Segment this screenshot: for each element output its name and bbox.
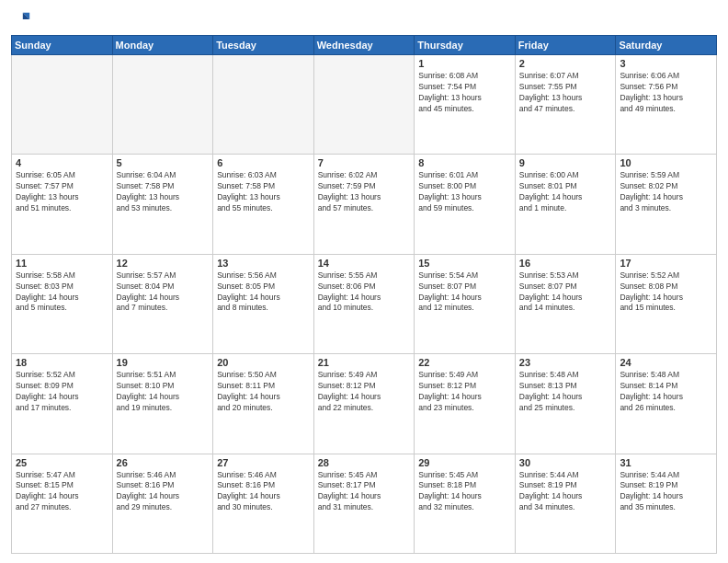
calendar-header-wednesday: Wednesday bbox=[313, 36, 415, 55]
calendar-cell: 17Sunrise: 5:52 AM Sunset: 8:08 PM Dayli… bbox=[616, 254, 717, 353]
day-info: Sunrise: 6:05 AM Sunset: 7:57 PM Dayligh… bbox=[16, 170, 108, 214]
day-number: 21 bbox=[318, 357, 411, 368]
calendar-cell: 15Sunrise: 5:54 AM Sunset: 8:07 PM Dayli… bbox=[415, 254, 516, 353]
day-info: Sunrise: 5:46 AM Sunset: 8:16 PM Dayligh… bbox=[117, 470, 210, 514]
calendar-cell: 21Sunrise: 5:49 AM Sunset: 8:12 PM Dayli… bbox=[313, 354, 415, 454]
calendar-cell: 22Sunrise: 5:49 AM Sunset: 8:12 PM Dayli… bbox=[415, 354, 516, 454]
day-info: Sunrise: 6:02 AM Sunset: 7:59 PM Dayligh… bbox=[318, 170, 411, 214]
calendar-cell: 14Sunrise: 5:55 AM Sunset: 8:06 PM Dayli… bbox=[313, 254, 415, 353]
day-number: 25 bbox=[16, 457, 108, 468]
calendar-cell: 20Sunrise: 5:50 AM Sunset: 8:11 PM Dayli… bbox=[213, 354, 314, 454]
day-info: Sunrise: 5:48 AM Sunset: 8:14 PM Dayligh… bbox=[620, 370, 712, 414]
day-info: Sunrise: 5:52 AM Sunset: 8:08 PM Dayligh… bbox=[620, 270, 712, 315]
day-number: 30 bbox=[519, 457, 612, 468]
page: SundayMondayTuesdayWednesdayThursdayFrid… bbox=[0, 0, 728, 563]
day-info: Sunrise: 5:54 AM Sunset: 8:07 PM Dayligh… bbox=[418, 270, 511, 315]
calendar-week-row: 25Sunrise: 5:47 AM Sunset: 8:15 PM Dayli… bbox=[12, 454, 717, 553]
day-info: Sunrise: 5:50 AM Sunset: 8:11 PM Dayligh… bbox=[217, 370, 310, 414]
day-number: 29 bbox=[418, 457, 511, 468]
day-number: 24 bbox=[620, 357, 712, 368]
day-number: 13 bbox=[217, 258, 310, 269]
day-info: Sunrise: 6:08 AM Sunset: 7:54 PM Dayligh… bbox=[418, 71, 511, 115]
day-number: 20 bbox=[217, 357, 310, 368]
calendar-cell: 10Sunrise: 5:59 AM Sunset: 8:02 PM Dayli… bbox=[616, 155, 717, 254]
day-number: 16 bbox=[519, 258, 612, 269]
day-number: 8 bbox=[418, 157, 511, 168]
day-info: Sunrise: 6:07 AM Sunset: 7:55 PM Dayligh… bbox=[519, 71, 612, 115]
day-info: Sunrise: 5:57 AM Sunset: 8:04 PM Dayligh… bbox=[117, 270, 210, 315]
calendar-cell: 13Sunrise: 5:56 AM Sunset: 8:05 PM Dayli… bbox=[213, 254, 314, 353]
calendar-cell bbox=[313, 55, 415, 155]
day-info: Sunrise: 5:48 AM Sunset: 8:13 PM Dayligh… bbox=[519, 370, 612, 414]
calendar-header-sunday: Sunday bbox=[12, 36, 113, 55]
day-info: Sunrise: 5:53 AM Sunset: 8:07 PM Dayligh… bbox=[519, 270, 612, 315]
calendar-cell: 9Sunrise: 6:00 AM Sunset: 8:01 PM Daylig… bbox=[515, 155, 616, 254]
day-number: 15 bbox=[418, 258, 511, 269]
day-number: 11 bbox=[16, 258, 108, 269]
day-number: 10 bbox=[620, 157, 712, 168]
day-info: Sunrise: 5:47 AM Sunset: 8:15 PM Dayligh… bbox=[16, 470, 108, 514]
calendar-week-row: 4Sunrise: 6:05 AM Sunset: 7:57 PM Daylig… bbox=[12, 155, 717, 254]
day-number: 18 bbox=[16, 357, 108, 368]
day-number: 9 bbox=[519, 157, 612, 168]
calendar-header-monday: Monday bbox=[112, 36, 213, 55]
day-number: 1 bbox=[418, 58, 511, 69]
calendar-cell: 8Sunrise: 6:01 AM Sunset: 8:00 PM Daylig… bbox=[415, 155, 516, 254]
day-info: Sunrise: 5:52 AM Sunset: 8:09 PM Dayligh… bbox=[16, 370, 108, 414]
calendar-cell bbox=[12, 55, 113, 155]
calendar-cell: 3Sunrise: 6:06 AM Sunset: 7:56 PM Daylig… bbox=[616, 55, 717, 155]
day-number: 5 bbox=[117, 157, 210, 168]
calendar-cell: 16Sunrise: 5:53 AM Sunset: 8:07 PM Dayli… bbox=[515, 254, 616, 353]
calendar-table: SundayMondayTuesdayWednesdayThursdayFrid… bbox=[11, 35, 717, 554]
calendar-header-row: SundayMondayTuesdayWednesdayThursdayFrid… bbox=[12, 36, 717, 55]
calendar-cell: 23Sunrise: 5:48 AM Sunset: 8:13 PM Dayli… bbox=[515, 354, 616, 454]
day-number: 28 bbox=[318, 457, 411, 468]
day-number: 19 bbox=[117, 357, 210, 368]
calendar-cell: 18Sunrise: 5:52 AM Sunset: 8:09 PM Dayli… bbox=[12, 354, 113, 454]
calendar-cell: 11Sunrise: 5:58 AM Sunset: 8:03 PM Dayli… bbox=[12, 254, 113, 353]
day-info: Sunrise: 6:01 AM Sunset: 8:00 PM Dayligh… bbox=[418, 170, 511, 214]
day-number: 31 bbox=[620, 457, 712, 468]
calendar-cell: 25Sunrise: 5:47 AM Sunset: 8:15 PM Dayli… bbox=[12, 454, 113, 553]
day-info: Sunrise: 5:45 AM Sunset: 8:17 PM Dayligh… bbox=[318, 470, 411, 514]
calendar-cell: 30Sunrise: 5:44 AM Sunset: 8:19 PM Dayli… bbox=[515, 454, 616, 553]
calendar-week-row: 18Sunrise: 5:52 AM Sunset: 8:09 PM Dayli… bbox=[12, 354, 717, 454]
day-info: Sunrise: 5:49 AM Sunset: 8:12 PM Dayligh… bbox=[318, 370, 411, 414]
calendar-cell: 4Sunrise: 6:05 AM Sunset: 7:57 PM Daylig… bbox=[12, 155, 113, 254]
day-number: 17 bbox=[620, 258, 712, 269]
calendar-week-row: 11Sunrise: 5:58 AM Sunset: 8:03 PM Dayli… bbox=[12, 254, 717, 353]
calendar-header-thursday: Thursday bbox=[415, 36, 516, 55]
calendar-header-friday: Friday bbox=[515, 36, 616, 55]
calendar-cell bbox=[213, 55, 314, 155]
calendar-cell bbox=[112, 55, 213, 155]
calendar-cell: 1Sunrise: 6:08 AM Sunset: 7:54 PM Daylig… bbox=[415, 55, 516, 155]
day-number: 2 bbox=[519, 58, 612, 69]
day-number: 26 bbox=[117, 457, 210, 468]
calendar-cell: 26Sunrise: 5:46 AM Sunset: 8:16 PM Dayli… bbox=[112, 454, 213, 553]
day-info: Sunrise: 5:51 AM Sunset: 8:10 PM Dayligh… bbox=[117, 370, 210, 414]
calendar-header-saturday: Saturday bbox=[616, 36, 717, 55]
calendar-cell: 27Sunrise: 5:46 AM Sunset: 8:16 PM Dayli… bbox=[213, 454, 314, 553]
day-number: 23 bbox=[519, 357, 612, 368]
calendar-cell: 7Sunrise: 6:02 AM Sunset: 7:59 PM Daylig… bbox=[313, 155, 415, 254]
day-number: 12 bbox=[117, 258, 210, 269]
day-info: Sunrise: 5:46 AM Sunset: 8:16 PM Dayligh… bbox=[217, 470, 310, 514]
day-info: Sunrise: 6:00 AM Sunset: 8:01 PM Dayligh… bbox=[519, 170, 612, 214]
day-number: 6 bbox=[217, 157, 310, 168]
calendar-header-tuesday: Tuesday bbox=[213, 36, 314, 55]
calendar-cell: 29Sunrise: 5:45 AM Sunset: 8:18 PM Dayli… bbox=[415, 454, 516, 553]
day-info: Sunrise: 5:49 AM Sunset: 8:12 PM Dayligh… bbox=[418, 370, 511, 414]
day-info: Sunrise: 5:45 AM Sunset: 8:18 PM Dayligh… bbox=[418, 470, 511, 514]
day-info: Sunrise: 5:59 AM Sunset: 8:02 PM Dayligh… bbox=[620, 170, 712, 214]
calendar-cell: 2Sunrise: 6:07 AM Sunset: 7:55 PM Daylig… bbox=[515, 55, 616, 155]
calendar-cell: 19Sunrise: 5:51 AM Sunset: 8:10 PM Dayli… bbox=[112, 354, 213, 454]
calendar-cell: 28Sunrise: 5:45 AM Sunset: 8:17 PM Dayli… bbox=[313, 454, 415, 553]
logo bbox=[11, 9, 35, 29]
day-info: Sunrise: 5:44 AM Sunset: 8:19 PM Dayligh… bbox=[519, 470, 612, 514]
day-number: 22 bbox=[418, 357, 511, 368]
day-number: 14 bbox=[318, 258, 411, 269]
calendar-cell: 24Sunrise: 5:48 AM Sunset: 8:14 PM Dayli… bbox=[616, 354, 717, 454]
header bbox=[11, 9, 717, 29]
day-info: Sunrise: 6:06 AM Sunset: 7:56 PM Dayligh… bbox=[620, 71, 712, 115]
day-number: 3 bbox=[620, 58, 712, 69]
